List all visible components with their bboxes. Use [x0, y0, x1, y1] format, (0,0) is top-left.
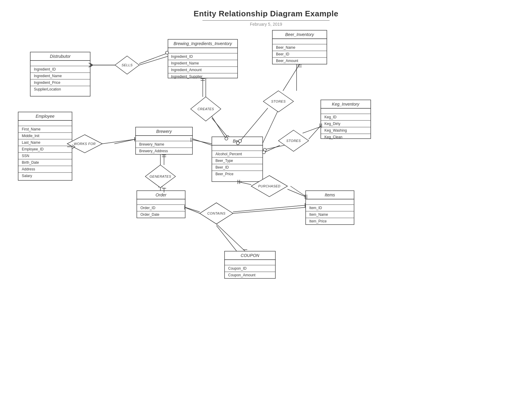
svg-line-167 [212, 117, 225, 138]
diamond-contains: CONTAINS [200, 203, 233, 224]
svg-line-15 [263, 145, 284, 150]
entity-beer-inventory: Beer_Inventory Beer_Name Beer_ID Beer_Am… [272, 30, 327, 64]
svg-text:Address: Address [22, 167, 35, 171]
svg-text:Distrubutor: Distrubutor [50, 54, 71, 59]
svg-text:Employee_ID: Employee_ID [22, 147, 44, 151]
svg-text:STORES: STORES [271, 100, 286, 103]
svg-text:Brewing_Ingredients_Inventory: Brewing_Ingredients_Inventory [173, 41, 232, 46]
entity-items: Items Item_ID Item_Name Item_Price [306, 191, 354, 225]
svg-text:Keg_Dirty: Keg_Dirty [324, 122, 340, 126]
svg-text:Beer_Amount: Beer_Amount [276, 59, 298, 63]
svg-text:Middle_Init: Middle_Init [22, 134, 40, 138]
svg-text:Alcohol_Percent: Alcohol_Percent [215, 152, 242, 156]
svg-line-175 [309, 126, 321, 139]
svg-text:Ingredient_ID: Ingredient_ID [34, 67, 56, 71]
svg-text:Item_Name: Item_Name [309, 212, 328, 217]
svg-line-192 [237, 182, 251, 185]
svg-text:Beer_ID: Beer_ID [276, 52, 289, 56]
svg-text:Keg_Inventory: Keg_Inventory [332, 102, 360, 107]
entity-employee: Employee First_Name Middle_Init Last_Nam… [18, 112, 72, 180]
svg-text:Keg_Clean: Keg_Clean [324, 135, 342, 139]
svg-text:Brewery_Name: Brewery_Name [139, 142, 164, 146]
entity-coupon: COUPON Coupon_ID Coupon_Amount [225, 251, 275, 278]
svg-text:Employee: Employee [36, 114, 54, 119]
svg-text:Keg_ID: Keg_ID [324, 115, 337, 119]
svg-text:Ingredient_Supplier: Ingredient_Supplier [171, 74, 202, 79]
svg-text:WORKS FOR: WORKS FOR [74, 142, 96, 146]
svg-text:Coupon_ID: Coupon_ID [228, 266, 247, 271]
svg-text:COUPON: COUPON [241, 253, 259, 258]
svg-text:Coupon_Amount: Coupon_Amount [228, 273, 256, 277]
erd-svg: .entity-rect { fill: white; stroke: #333… [0, 0, 532, 411]
svg-text:Order: Order [156, 192, 167, 197]
svg-line-198 [185, 207, 200, 212]
svg-line-37 [233, 207, 306, 213]
svg-line-6 [212, 118, 227, 136]
svg-text:Ingredient_Amount: Ingredient_Amount [171, 68, 202, 72]
svg-text:Ingredient_Price: Ingredient_Price [34, 81, 61, 85]
svg-text:Last_Name: Last_Name [22, 140, 41, 145]
svg-point-174 [236, 142, 239, 145]
entity-brewing-ingredients: Brewing_Ingredients_Inventory Ingredient… [168, 39, 238, 79]
diamond-creates: CREATES [191, 97, 221, 121]
svg-text:Keg_Washing: Keg_Washing [324, 128, 347, 133]
svg-point-179 [262, 151, 265, 154]
svg-line-1 [139, 56, 169, 65]
svg-text:Beer_ID: Beer_ID [215, 165, 229, 169]
svg-text:Order_Date: Order_Date [140, 212, 159, 217]
entity-distributor: Distrubutor Ingredient_ID Ingredient_Nam… [30, 52, 90, 96]
svg-text:Order_ID: Order_ID [140, 206, 156, 210]
entity-order: Order Order_ID Order_Date [137, 191, 185, 218]
svg-text:Beer_Inventory: Beer_Inventory [285, 32, 314, 37]
svg-line-39 [216, 225, 239, 254]
svg-line-35 [185, 207, 200, 213]
svg-text:Item_ID: Item_ID [309, 206, 322, 210]
svg-text:Items: Items [325, 192, 335, 197]
svg-line-185 [192, 140, 212, 144]
svg-line-162 [139, 53, 168, 64]
svg-line-169 [283, 64, 300, 91]
erd-diagram: Entity Relationship Diagram Example Febr… [0, 0, 532, 411]
svg-text:GENERATES: GENERATES [149, 175, 171, 178]
svg-text:SSN: SSN [22, 154, 29, 158]
svg-text:SupplierLocation: SupplierLocation [34, 87, 61, 91]
svg-text:Brewery: Brewery [156, 129, 172, 134]
diamond-sells: SELLS [115, 56, 139, 74]
svg-text:CONTAINS: CONTAINS [207, 212, 225, 215]
svg-text:Brewery_Address: Brewery_Address [139, 149, 168, 153]
svg-line-200 [233, 205, 306, 212]
svg-text:PURCHASED: PURCHASED [258, 184, 281, 188]
svg-line-183 [102, 139, 136, 144]
svg-text:SELLS: SELLS [122, 63, 133, 67]
entity-brewery: Brewery Brewery_Name Brewery_Address [136, 127, 192, 154]
svg-text:STORES: STORES [286, 139, 301, 143]
svg-text:Beer_Type: Beer_Type [215, 159, 233, 163]
svg-text:Ingredient_ID: Ingredient_ID [171, 54, 193, 59]
svg-text:Salary: Salary [22, 174, 32, 178]
diamond-generates: GENERATES [145, 165, 176, 188]
entity-keg-inventory: Keg_Inventory Keg_ID Keg_Dirty Keg_Washi… [321, 100, 371, 139]
svg-text:Birth_Date: Birth_Date [22, 160, 39, 165]
svg-text:First_Name: First_Name [22, 127, 41, 131]
svg-text:Beer_Name: Beer_Name [276, 45, 295, 50]
svg-text:Beer_Price: Beer_Price [215, 172, 234, 176]
svg-point-163 [166, 51, 169, 54]
svg-text:CREATES: CREATES [198, 107, 214, 111]
svg-text:Item_Price: Item_Price [309, 219, 327, 223]
diamond-stores-2: STORES [278, 130, 309, 151]
svg-text:Ingredient_Name: Ingredient_Name [34, 74, 62, 78]
diamond-stores-1: STORES [263, 91, 294, 112]
diamond-works-for: WORKS FOR [67, 135, 102, 153]
svg-text:Ingredient_Name: Ingredient_Name [171, 61, 199, 65]
svg-line-202 [216, 224, 245, 251]
svg-point-168 [225, 137, 228, 140]
